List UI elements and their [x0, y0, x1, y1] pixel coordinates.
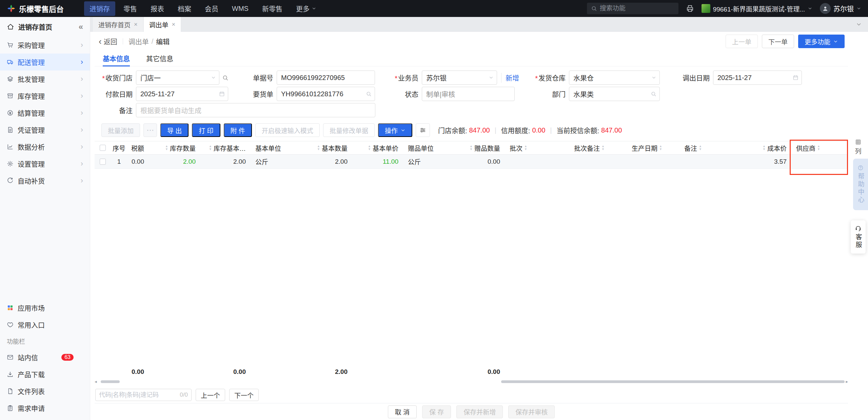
store-selector[interactable]: 99661-新界面果蔬版测试-管理... [702, 4, 812, 13]
sidebar-item-purchase[interactable]: 采购管理› [0, 37, 90, 54]
column-header-production-date[interactable]: 生产日期 [627, 141, 679, 154]
column-header-gift-qty[interactable]: 赠品数量 [444, 141, 505, 154]
column-config-button[interactable]: 列 [851, 139, 865, 155]
sidebar-item-auto-replenish[interactable]: 自动补货› [0, 172, 90, 189]
sidebar-item-settlement[interactable]: 结算管理› [0, 104, 90, 121]
tab-transfer-out[interactable]: 调出单 [144, 17, 181, 32]
divider [123, 38, 123, 44]
sort-icon[interactable] [524, 145, 527, 151]
sidebar-item-request[interactable]: 需求申请 [0, 400, 90, 417]
sidebar-item-analytics[interactable]: 数据分析› [0, 138, 90, 155]
batch-add-button[interactable]: 批量添加 [101, 123, 140, 137]
nav-item-reports[interactable]: 报表 [145, 1, 170, 16]
global-search-input[interactable] [600, 5, 668, 12]
help-center-tab[interactable]: 帮助中心 [853, 159, 868, 210]
search-icon [591, 5, 597, 12]
column-header-stock-qty[interactable]: 库存数量 [149, 141, 200, 154]
tab-close-icon[interactable] [134, 21, 138, 28]
scrollbar-thumb-left[interactable] [101, 380, 120, 383]
sort-icon[interactable] [470, 145, 473, 151]
batch-edit-button[interactable]: 批量修改单据 [323, 123, 375, 137]
sidebar-collapse-icon[interactable]: « [79, 22, 83, 32]
table-row[interactable]: 1 0.00 2.00 2.00 公斤 2.00 11.00 公斤 0.00 3… [95, 155, 848, 169]
prev-doc-button[interactable]: 上一单 [726, 35, 758, 48]
sort-icon[interactable] [165, 145, 168, 151]
tab-other-info[interactable]: 其它信息 [146, 51, 173, 66]
gear-icon [7, 160, 14, 167]
sidebar-item-stock[interactable]: 库存管理› [0, 87, 90, 104]
sort-icon[interactable] [699, 145, 702, 151]
action-dropdown-button[interactable]: 操作 [378, 123, 412, 137]
sidebar-item-product-download[interactable]: 产品下载 [0, 366, 90, 383]
printer-icon[interactable] [686, 4, 694, 13]
scrollbar-thumb[interactable] [501, 380, 845, 383]
transfer-date-input[interactable]: 2025-11-27 [713, 71, 802, 85]
field-label: 业务员 [333, 73, 418, 83]
column-header-cost-price[interactable]: 成本价 [747, 141, 791, 154]
column-header-supplier[interactable]: 供应商 [791, 141, 848, 154]
sidebar-item-messages[interactable]: 站内信 63 [0, 349, 90, 366]
prev-item-button[interactable]: 上一个 [196, 389, 225, 401]
nav-item-archives[interactable]: 档案 [172, 1, 197, 16]
sidebar-item-voucher[interactable]: 凭证管理› [0, 121, 90, 138]
column-header-stock-base[interactable]: 库存基本… [200, 141, 251, 154]
column-settings-button[interactable] [416, 123, 430, 137]
save-button[interactable]: 保 存 [422, 405, 451, 418]
next-item-button[interactable]: 下一个 [229, 389, 259, 401]
sidebar-item-distribution[interactable]: 配送管理› [0, 54, 90, 71]
column-header-tax[interactable]: 税额 [127, 141, 149, 154]
field-label: 调出日期 [621, 73, 710, 83]
sidebar-item-app-market[interactable]: 应用市场 [0, 299, 90, 316]
batch-add-more-button[interactable] [143, 123, 157, 137]
user-menu[interactable]: 苏尔银 [820, 3, 861, 14]
more-functions-button[interactable]: 更多功能 [798, 35, 845, 48]
item-code-input[interactable] [99, 392, 178, 399]
attachment-button[interactable]: 附 件 [224, 123, 252, 137]
horizontal-scrollbar[interactable] [95, 379, 848, 384]
nav-item-inventory[interactable]: 进销存 [84, 1, 115, 16]
item-code-search[interactable]: 0/0 [95, 389, 192, 401]
sort-icon[interactable] [659, 145, 662, 151]
print-button[interactable]: 打 印 [192, 123, 220, 137]
nav-item-wms[interactable]: WMS [226, 2, 254, 15]
column-header-batch[interactable]: 批次 [505, 141, 569, 154]
nav-item-new-retail[interactable]: 新零售 [257, 1, 288, 16]
cancel-button[interactable]: 取 消 [388, 405, 417, 418]
save-and-audit-button[interactable]: 保存并审核 [508, 405, 555, 418]
department-input[interactable]: 水果类 [569, 87, 660, 101]
column-header-base-unit[interactable]: 基本单位 [251, 141, 291, 154]
export-button[interactable]: 导 出 [160, 123, 189, 137]
nav-item-more[interactable]: 更多 [291, 1, 322, 16]
customer-service-button[interactable]: 客服 [851, 220, 866, 254]
tab-close-icon[interactable] [172, 21, 176, 28]
sidebar-item-settings[interactable]: 设置管理› [0, 155, 90, 172]
sidebar-item-wholesale[interactable]: 批发管理› [0, 71, 90, 87]
sort-icon[interactable] [601, 145, 605, 151]
column-header-gift-unit[interactable]: 赠品单位 [403, 141, 444, 154]
nav-item-retail[interactable]: 零售 [118, 1, 142, 16]
nav-item-members[interactable]: 会员 [199, 1, 224, 16]
sidebar-item-favorites[interactable]: 常用入口 [0, 316, 90, 333]
scroll-left-arrow[interactable] [95, 379, 97, 384]
sidebar-item-home[interactable]: 进销存首页 « [0, 17, 90, 37]
remark-input[interactable]: 根据要货单自动生成 [136, 103, 375, 117]
back-button[interactable]: 返回 [99, 37, 117, 46]
tab-basic-info[interactable]: 基本信息 [103, 51, 130, 66]
select-all-checkbox[interactable] [100, 145, 106, 151]
column-header-remark[interactable]: 备注 [679, 141, 747, 154]
sort-icon[interactable] [317, 145, 320, 151]
global-search[interactable] [587, 3, 678, 14]
sidebar-item-file-list[interactable]: 文件列表 [0, 383, 90, 400]
column-header-base-price[interactable]: 基本单价 [352, 141, 403, 154]
sort-icon[interactable] [209, 145, 212, 151]
speed-input-mode-button[interactable]: 开启极速输入模式 [255, 123, 320, 137]
sort-icon[interactable] [817, 145, 820, 151]
tab-inventory-home[interactable]: 进销存首页 [93, 17, 143, 32]
save-and-new-button[interactable]: 保存并新增 [456, 405, 503, 418]
column-header-batch-remark[interactable]: 批次备注 [569, 141, 627, 154]
sort-icon[interactable] [763, 145, 766, 151]
column-header-base-qty[interactable]: 基本数量 [291, 141, 352, 154]
row-checkbox[interactable] [100, 159, 106, 165]
sort-icon[interactable] [368, 145, 371, 151]
next-doc-button[interactable]: 下一单 [762, 35, 794, 48]
